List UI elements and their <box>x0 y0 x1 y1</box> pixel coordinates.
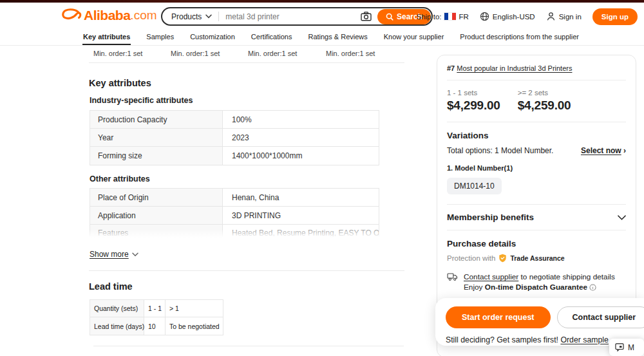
rank-link[interactable]: Most popular in Industrial 3d Printers <box>457 64 572 72</box>
search-category-label: Products <box>171 12 202 21</box>
table-row: Features Heated Bed, Resume Printing, EA… <box>90 225 379 238</box>
tab-customization[interactable]: Customization <box>189 33 236 45</box>
table-row: Place of Origin Henan, China <box>90 189 379 207</box>
attr-label: Features <box>90 225 223 238</box>
rank-number: #7 <box>447 64 455 72</box>
model-number-chip[interactable]: DM1014-10 <box>447 178 502 194</box>
price-tiers: 1 - 1 sets $4,299.00 >= 2 sets $4,259.00 <box>447 89 626 113</box>
action-buttons: Start order request Contact supplier <box>446 306 644 329</box>
min-order-text: Min. order:1 set <box>248 50 297 57</box>
chevron-right-icon: › <box>623 146 626 155</box>
protection-prefix: Protection with <box>447 254 495 262</box>
contact-supplier-button[interactable]: Contact supplier <box>557 306 644 328</box>
ship-to-label: Ship to: <box>416 13 441 21</box>
membership-benefits-toggle[interactable]: Membership benefits <box>447 212 626 222</box>
messenger-label: M <box>628 343 634 352</box>
sign-up-button[interactable]: Sign up <box>592 8 638 25</box>
france-flag-icon <box>444 13 455 20</box>
tab-product-descriptions[interactable]: Product descriptions from the supplier <box>459 33 580 45</box>
contact-supplier-rest: to negotiate shipping details <box>518 272 615 281</box>
section-divider <box>93 346 404 346</box>
select-now-link[interactable]: Select now › <box>581 146 626 155</box>
locale-label: English-USD <box>493 13 535 21</box>
table-row: Forming size 1400*1000*1000mm <box>90 147 379 165</box>
chevron-down-icon <box>132 252 138 257</box>
attr-label: Place of Origin <box>90 189 223 206</box>
ship-to-selector[interactable]: Ship to: FR <box>416 13 468 21</box>
table-row: Production Capacity 100% <box>90 111 379 129</box>
variations-total: Total options: 1 Model Number. <box>447 146 553 155</box>
variations-total-row: Total options: 1 Model Number. Select no… <box>447 146 626 155</box>
key-attributes-title: Key attributes <box>89 78 151 88</box>
table-row: Quantity (sets) 1 - 1 > 1 <box>90 300 223 317</box>
min-order-text: Min. order:1 set <box>93 50 142 57</box>
attr-label: Application <box>90 207 223 224</box>
chevron-down-icon <box>618 215 626 220</box>
attr-value: 1400*1000*1000mm <box>223 147 379 165</box>
product-section-tabbar: Key attributes Samples Customization Cer… <box>0 30 644 46</box>
lead-cell: 1 - 1 <box>144 300 166 317</box>
sign-in-label: Sign in <box>559 13 582 21</box>
search-icon <box>386 13 393 21</box>
logo-brand-text: Alibaba <box>84 8 130 23</box>
alibaba-logo-icon <box>61 8 82 23</box>
tab-key-attributes[interactable]: Key attributes <box>82 33 131 45</box>
attr-value: 3D PRINTING <box>223 207 379 224</box>
messenger-widget[interactable]: M <box>609 339 644 356</box>
dispatch-guarantee-label: On-time Dispatch Guarantee <box>485 283 587 292</box>
enjoy-prefix: Enjoy <box>464 283 485 292</box>
price-qty: 1 - 1 sets <box>447 89 500 97</box>
message-icon <box>615 343 624 351</box>
membership-title: Membership benefits <box>447 212 534 222</box>
show-more-link[interactable]: Show more <box>90 250 138 259</box>
tab-ratings-reviews[interactable]: Ratings & Reviews <box>307 33 368 45</box>
price-tier: >= 2 sets $4,259.00 <box>518 89 571 113</box>
alibaba-logo[interactable]: Alibaba.com <box>61 8 157 23</box>
ship-to-country: FR <box>459 13 468 21</box>
contact-supplier-link[interactable]: Contact supplier <box>464 272 518 281</box>
truck-icon <box>447 272 458 292</box>
search-category-dropdown[interactable]: Products <box>162 12 218 21</box>
tab-know-your-supplier[interactable]: Know your supplier <box>383 33 445 45</box>
lead-row-label: Quantity (sets) <box>90 300 144 317</box>
rank-line: #7 Most popular in Industrial 3d Printer… <box>447 64 626 72</box>
logo-suffix-text: .com <box>130 8 156 23</box>
trade-assurance-label: Trade Assurance <box>510 254 564 262</box>
chevron-down-icon <box>205 14 212 19</box>
trade-assurance-shield-icon <box>498 254 507 263</box>
lead-cell: 10 <box>144 317 166 335</box>
show-more-label: Show more <box>90 250 129 259</box>
header-right-cluster: Ship to: FR English-USD Sign in Sign up <box>416 7 638 26</box>
lead-cell: > 1 <box>166 300 223 317</box>
sign-in-link[interactable]: Sign in <box>546 12 582 21</box>
tab-certifications[interactable]: Certifications <box>251 33 293 45</box>
lead-time-table: Quantity (sets) 1 - 1 > 1 Lead time (day… <box>90 299 223 335</box>
image-search-camera-icon[interactable] <box>361 12 372 21</box>
select-now-label: Select now <box>581 146 621 155</box>
min-order-text: Min. order:1 set <box>171 50 220 57</box>
price-qty: >= 2 sets <box>518 89 571 97</box>
other-attributes-title: Other attributes <box>90 174 150 183</box>
purchase-details-title: Purchase details <box>447 239 626 248</box>
attr-label: Year <box>90 129 223 146</box>
tabs: Key attributes Samples Customization Cer… <box>82 30 644 45</box>
model-number-label: 1. Model Number(1) <box>447 164 626 172</box>
price-tier: 1 - 1 sets $4,299.00 <box>447 89 500 113</box>
language-currency-selector[interactable]: English-USD <box>480 12 535 21</box>
start-order-request-button[interactable]: Start order request <box>446 306 551 328</box>
tab-samples[interactable]: Samples <box>146 33 175 45</box>
panel-divider <box>447 230 626 230</box>
info-icon[interactable] <box>589 284 596 291</box>
variations-title: Variations <box>447 131 626 140</box>
table-row: Lead time (days) 10 To be negotiated <box>90 317 223 335</box>
attr-label: Forming size <box>90 147 223 165</box>
site-header: Alibaba.com Products Search Ship to: <box>0 3 644 30</box>
order-sample-link[interactable]: Order sample <box>560 335 609 344</box>
lead-time-title: Lead time <box>89 281 133 292</box>
industry-attributes-title: Industry-specific attributes <box>90 96 193 105</box>
protection-line: Protection with Trade Assurance <box>447 254 626 263</box>
lead-row-label: Lead time (days) <box>90 317 144 335</box>
shipping-text: Contact supplier to negotiate shipping d… <box>464 272 615 292</box>
attr-value: 2023 <box>223 129 379 146</box>
search-input[interactable] <box>219 12 361 21</box>
